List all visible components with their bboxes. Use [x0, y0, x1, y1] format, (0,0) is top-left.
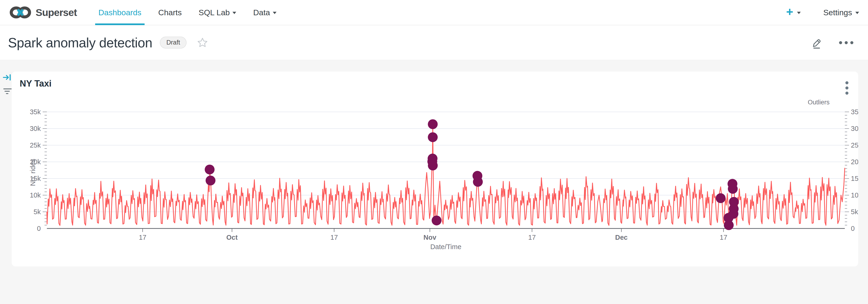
svg-text:5k: 5k — [851, 208, 858, 216]
svg-text:20k: 20k — [851, 158, 858, 166]
pencil-icon — [810, 36, 823, 49]
more-actions-button[interactable] — [838, 40, 854, 45]
favorite-star-icon[interactable] — [197, 37, 208, 48]
svg-text:Oct: Oct — [226, 233, 238, 241]
svg-text:17: 17 — [139, 233, 146, 241]
chevron-down-icon — [232, 12, 236, 14]
outlier-point — [428, 132, 438, 142]
page-title: Spark anomaly detection — [8, 35, 152, 50]
svg-text:0: 0 — [851, 225, 855, 232]
svg-text:Nov: Nov — [424, 233, 436, 241]
rides-line-series — [47, 124, 845, 226]
svg-text:5k: 5k — [33, 208, 41, 216]
y-axis-title-left: No. rides — [29, 159, 36, 186]
svg-text:25k: 25k — [851, 141, 858, 149]
outlier-point — [428, 161, 438, 170]
outlier-point — [728, 184, 738, 194]
nav-item-charts[interactable]: Charts — [158, 0, 182, 25]
brand-name: Superset — [36, 7, 77, 18]
arrow-to-bar-icon — [2, 73, 12, 82]
nav-item-data[interactable]: Data — [253, 0, 277, 25]
outlier-point — [724, 220, 734, 230]
new-item-button[interactable]: + — [786, 7, 801, 18]
status-badge: Draft — [160, 36, 187, 49]
expand-filter-bar-button[interactable] — [2, 73, 12, 83]
outlier-point — [428, 119, 438, 129]
settings-label: Settings — [823, 8, 852, 17]
outlier-point — [473, 177, 483, 187]
svg-text:30k: 30k — [30, 125, 41, 132]
nav-right: + Settings — [786, 7, 859, 18]
chart-card-ny-taxi: NY Taxi 35k35k30k30k25k25k20k20k15k15k10… — [12, 72, 858, 267]
top-nav: Superset Dashboards Charts SQL Lab Data … — [0, 0, 868, 25]
nav-item-label: SQL Lab — [199, 8, 230, 17]
dashboard-header: Spark anomaly detection Draft — [0, 25, 868, 60]
nav-item-label: Dashboards — [98, 8, 141, 17]
settings-menu[interactable]: Settings — [823, 8, 859, 17]
plus-icon: + — [786, 6, 793, 18]
y-axis-title-right: Outliers — [808, 99, 830, 106]
outlier-point — [205, 165, 215, 174]
nav-item-dashboards[interactable]: Dashboards — [98, 0, 141, 25]
filter-icon[interactable] — [3, 88, 12, 96]
dashboard-actions — [810, 36, 860, 49]
nav-menu: Dashboards Charts SQL Lab Data — [90, 0, 285, 25]
svg-text:30k: 30k — [851, 125, 858, 132]
svg-text:17: 17 — [331, 233, 338, 241]
svg-text:35k: 35k — [30, 108, 41, 116]
svg-text:0: 0 — [37, 225, 41, 232]
svg-text:10k: 10k — [851, 191, 858, 199]
svg-text:17: 17 — [720, 233, 727, 241]
outlier-point — [716, 193, 725, 203]
edit-dashboard-button[interactable] — [810, 36, 823, 49]
ellipsis-icon — [838, 40, 854, 45]
x-axis-title: Date/Time — [430, 243, 461, 250]
svg-text:10k: 10k — [30, 191, 41, 199]
dashboard-area: NY Taxi 35k35k30k30k25k25k20k20k15k15k10… — [0, 60, 868, 304]
svg-text:15k: 15k — [851, 175, 858, 182]
outlier-point — [206, 176, 215, 186]
outlier-point — [432, 216, 441, 225]
svg-text:35k: 35k — [851, 108, 858, 116]
nav-item-label: Charts — [158, 8, 182, 17]
chevron-down-icon — [855, 12, 859, 14]
svg-text:25k: 25k — [30, 141, 41, 149]
chevron-down-icon — [273, 12, 277, 14]
superset-logo[interactable]: Superset — [9, 6, 77, 19]
svg-text:Dec: Dec — [615, 233, 627, 241]
chart-canvas[interactable]: 35k35k30k30k25k25k20k20k15k15k10k10k5k5k… — [12, 72, 858, 267]
nav-item-label: Data — [253, 8, 270, 17]
superset-infinity-icon — [9, 6, 32, 19]
chevron-down-icon — [797, 12, 801, 14]
nav-item-sql-lab[interactable]: SQL Lab — [199, 0, 237, 25]
svg-text:17: 17 — [528, 233, 536, 241]
